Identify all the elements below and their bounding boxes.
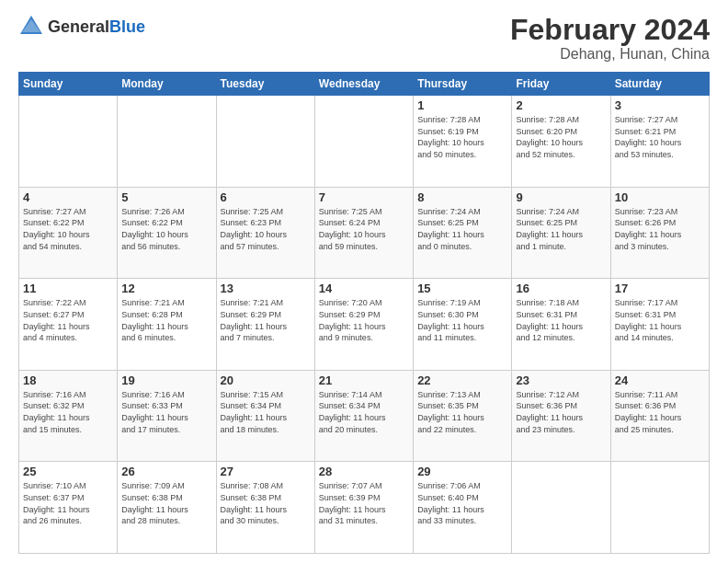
day-number: 18	[23, 373, 113, 387]
day-info: Sunrise: 7:13 AMSunset: 6:35 PMDaylight:…	[417, 389, 507, 435]
day-number: 3	[615, 98, 705, 112]
day-number: 15	[417, 282, 507, 295]
header-monday: Monday	[118, 73, 216, 96]
day-info: Sunrise: 7:28 AMSunset: 6:20 PMDaylight:…	[516, 114, 606, 160]
day-cell-31: 28Sunrise: 7:07 AMSunset: 6:39 PMDayligh…	[314, 462, 413, 554]
header-tuesday: Tuesday	[216, 73, 314, 96]
day-cell-20: 17Sunrise: 7:17 AMSunset: 6:31 PMDayligh…	[610, 279, 709, 371]
day-cell-19: 16Sunrise: 7:18 AMSunset: 6:31 PMDayligh…	[512, 279, 610, 371]
header: GeneralBlue February 2024 Dehang, Hunan,…	[18, 14, 710, 63]
day-info: Sunrise: 7:16 AMSunset: 6:33 PMDaylight:…	[121, 389, 211, 435]
day-cell-9: 6Sunrise: 7:25 AMSunset: 6:23 PMDaylight…	[216, 187, 314, 279]
week-row-4: 18Sunrise: 7:16 AMSunset: 6:32 PMDayligh…	[19, 370, 710, 462]
day-number: 16	[516, 282, 606, 295]
day-info: Sunrise: 7:26 AMSunset: 6:22 PMDaylight:…	[121, 206, 211, 252]
day-cell-27: 24Sunrise: 7:11 AMSunset: 6:36 PMDayligh…	[610, 370, 709, 462]
day-number: 1	[417, 98, 507, 112]
day-cell-16: 13Sunrise: 7:21 AMSunset: 6:29 PMDayligh…	[216, 279, 314, 371]
logo: GeneralBlue	[18, 14, 145, 40]
day-cell-3	[314, 96, 413, 188]
day-cell-6: 3Sunrise: 7:27 AMSunset: 6:21 PMDaylight…	[610, 96, 709, 188]
day-info: Sunrise: 7:09 AMSunset: 6:38 PMDaylight:…	[121, 480, 211, 526]
day-info: Sunrise: 7:18 AMSunset: 6:31 PMDaylight:…	[516, 297, 606, 343]
day-cell-2	[216, 96, 314, 188]
day-cell-8: 5Sunrise: 7:26 AMSunset: 6:22 PMDaylight…	[118, 187, 216, 279]
week-row-3: 11Sunrise: 7:22 AMSunset: 6:27 PMDayligh…	[19, 279, 710, 371]
day-cell-12: 9Sunrise: 7:24 AMSunset: 6:25 PMDaylight…	[512, 187, 610, 279]
day-number: 24	[615, 373, 705, 387]
day-cell-28: 25Sunrise: 7:10 AMSunset: 6:37 PMDayligh…	[19, 462, 118, 554]
day-cell-24: 21Sunrise: 7:14 AMSunset: 6:34 PMDayligh…	[314, 370, 413, 462]
day-number: 29	[417, 465, 507, 478]
day-cell-1	[118, 96, 216, 188]
header-wednesday: Wednesday	[314, 73, 413, 96]
day-cell-32: 29Sunrise: 7:06 AMSunset: 6:40 PMDayligh…	[414, 462, 512, 554]
month-year-title: February 2024	[510, 14, 710, 46]
day-number: 5	[121, 190, 211, 204]
week-row-5: 25Sunrise: 7:10 AMSunset: 6:37 PMDayligh…	[19, 462, 710, 554]
week-row-1: 1Sunrise: 7:28 AMSunset: 6:19 PMDaylight…	[19, 96, 710, 188]
day-info: Sunrise: 7:07 AMSunset: 6:39 PMDaylight:…	[319, 480, 409, 526]
day-cell-34	[610, 462, 709, 554]
day-number: 28	[319, 465, 409, 478]
day-info: Sunrise: 7:16 AMSunset: 6:32 PMDaylight:…	[23, 389, 113, 435]
day-info: Sunrise: 7:08 AMSunset: 6:38 PMDaylight:…	[221, 480, 311, 526]
logo-blue: Blue	[109, 17, 145, 36]
day-info: Sunrise: 7:27 AMSunset: 6:21 PMDaylight:…	[615, 114, 705, 160]
day-info: Sunrise: 7:22 AMSunset: 6:27 PMDaylight:…	[23, 297, 113, 343]
day-cell-22: 19Sunrise: 7:16 AMSunset: 6:33 PMDayligh…	[118, 370, 216, 462]
day-headers: Sunday Monday Tuesday Wednesday Thursday…	[19, 73, 710, 96]
day-number: 12	[121, 282, 211, 295]
day-info: Sunrise: 7:20 AMSunset: 6:29 PMDaylight:…	[319, 297, 409, 343]
day-number: 4	[23, 190, 113, 204]
day-info: Sunrise: 7:19 AMSunset: 6:30 PMDaylight:…	[417, 297, 507, 343]
day-number: 6	[221, 190, 311, 204]
day-cell-21: 18Sunrise: 7:16 AMSunset: 6:32 PMDayligh…	[19, 370, 118, 462]
day-cell-14: 11Sunrise: 7:22 AMSunset: 6:27 PMDayligh…	[19, 279, 118, 371]
day-cell-17: 14Sunrise: 7:20 AMSunset: 6:29 PMDayligh…	[314, 279, 413, 371]
day-info: Sunrise: 7:10 AMSunset: 6:37 PMDaylight:…	[23, 480, 113, 526]
day-cell-4: 1Sunrise: 7:28 AMSunset: 6:19 PMDaylight…	[414, 96, 512, 188]
header-saturday: Saturday	[610, 73, 709, 96]
day-number: 20	[221, 373, 311, 387]
week-row-2: 4Sunrise: 7:27 AMSunset: 6:22 PMDaylight…	[19, 187, 710, 279]
day-info: Sunrise: 7:06 AMSunset: 6:40 PMDaylight:…	[417, 480, 507, 526]
title-block: February 2024 Dehang, Hunan, China	[510, 14, 710, 63]
day-cell-26: 23Sunrise: 7:12 AMSunset: 6:36 PMDayligh…	[512, 370, 610, 462]
day-number: 22	[417, 373, 507, 387]
day-number: 27	[221, 465, 311, 478]
day-number: 13	[221, 282, 311, 295]
day-info: Sunrise: 7:12 AMSunset: 6:36 PMDaylight:…	[516, 389, 606, 435]
calendar-table: Sunday Monday Tuesday Wednesday Thursday…	[18, 72, 710, 554]
day-number: 8	[417, 190, 507, 204]
day-cell-5: 2Sunrise: 7:28 AMSunset: 6:20 PMDaylight…	[512, 96, 610, 188]
day-number: 23	[516, 373, 606, 387]
header-thursday: Thursday	[414, 73, 512, 96]
day-cell-15: 12Sunrise: 7:21 AMSunset: 6:28 PMDayligh…	[118, 279, 216, 371]
page: GeneralBlue February 2024 Dehang, Hunan,…	[0, 0, 728, 563]
day-cell-25: 22Sunrise: 7:13 AMSunset: 6:35 PMDayligh…	[414, 370, 512, 462]
day-number: 11	[23, 282, 113, 295]
logo-general: General	[48, 17, 109, 36]
day-cell-23: 20Sunrise: 7:15 AMSunset: 6:34 PMDayligh…	[216, 370, 314, 462]
day-cell-13: 10Sunrise: 7:23 AMSunset: 6:26 PMDayligh…	[610, 187, 709, 279]
day-cell-0	[19, 96, 118, 188]
day-info: Sunrise: 7:14 AMSunset: 6:34 PMDaylight:…	[319, 389, 409, 435]
day-info: Sunrise: 7:11 AMSunset: 6:36 PMDaylight:…	[615, 389, 705, 435]
svg-marker-1	[22, 19, 40, 32]
location-title: Dehang, Hunan, China	[510, 46, 710, 63]
day-info: Sunrise: 7:27 AMSunset: 6:22 PMDaylight:…	[23, 206, 113, 252]
day-cell-33	[512, 462, 610, 554]
day-info: Sunrise: 7:15 AMSunset: 6:34 PMDaylight:…	[221, 389, 311, 435]
day-info: Sunrise: 7:21 AMSunset: 6:29 PMDaylight:…	[221, 297, 311, 343]
day-info: Sunrise: 7:25 AMSunset: 6:23 PMDaylight:…	[221, 206, 311, 252]
day-number: 2	[516, 98, 606, 112]
day-number: 26	[121, 465, 211, 478]
day-cell-11: 8Sunrise: 7:24 AMSunset: 6:25 PMDaylight…	[414, 187, 512, 279]
day-cell-18: 15Sunrise: 7:19 AMSunset: 6:30 PMDayligh…	[414, 279, 512, 371]
day-info: Sunrise: 7:21 AMSunset: 6:28 PMDaylight:…	[121, 297, 211, 343]
day-number: 7	[319, 190, 409, 204]
day-info: Sunrise: 7:17 AMSunset: 6:31 PMDaylight:…	[615, 297, 705, 343]
day-number: 14	[319, 282, 409, 295]
day-number: 19	[121, 373, 211, 387]
